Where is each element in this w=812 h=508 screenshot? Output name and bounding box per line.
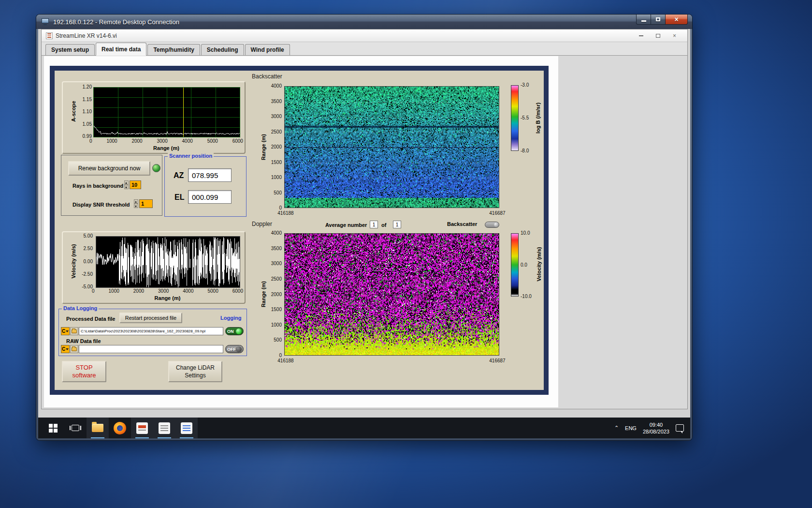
- renew-background-button[interactable]: Renew background now: [68, 161, 150, 176]
- tick-label: 2.50: [84, 246, 93, 251]
- stop-software-button[interactable]: STOPsoftware: [62, 361, 106, 382]
- processed-path-field[interactable]: C:\Lidar\Data\Proc\2023\202308\20230828\…: [79, 327, 223, 335]
- az-value-field[interactable]: 078.995: [188, 168, 232, 182]
- app-title: StreamLine XR v14-6.vi: [56, 32, 117, 39]
- folder-icon: [72, 347, 77, 351]
- task-view-button[interactable]: [64, 418, 87, 438]
- tick-label: 3000: [158, 289, 169, 294]
- ascope-x-ticks: 0100020003000400050006000: [89, 139, 243, 144]
- tick-label: 3000: [271, 261, 282, 266]
- rays-value-field[interactable]: 10: [130, 180, 141, 189]
- notes-app-button[interactable]: [175, 418, 198, 438]
- snr-spinner[interactable]: [134, 199, 138, 208]
- tab-bar: System setup Real time data Temp/humidit…: [42, 42, 687, 56]
- tick-label: 4000: [183, 289, 193, 294]
- file-explorer-icon: [92, 424, 103, 432]
- doppler-colorbar-label: Velocity (m/s): [536, 247, 542, 282]
- tick-label: 3000: [271, 114, 282, 119]
- rays-in-background-label: Rays in background: [72, 183, 123, 189]
- tick-label: 0.00: [84, 259, 93, 264]
- firefox-button[interactable]: [109, 418, 131, 438]
- rays-spinner[interactable]: [124, 180, 129, 189]
- action-center-icon[interactable]: [676, 424, 684, 432]
- doppler-colorbar-ticks: 10.00.0-10.0: [521, 231, 532, 299]
- tick-label: 1000: [271, 323, 282, 328]
- tab-wind-profile[interactable]: Wind profile: [245, 44, 290, 55]
- velocity-plot[interactable]: [96, 236, 240, 288]
- raw-path-field[interactable]: [79, 345, 223, 353]
- tick-label: 0: [92, 289, 95, 294]
- velocity-x-ticks: 0100020003000400050006000: [92, 289, 243, 294]
- average-number-label: Average number: [325, 222, 367, 228]
- tab-real-time-data[interactable]: Real time data: [96, 43, 146, 56]
- average-of-field[interactable]: 1: [393, 221, 401, 228]
- backscatter-heatmap[interactable]: [284, 86, 499, 208]
- velocity-x-axis-label: Range (m): [96, 295, 239, 301]
- app-close-icon[interactable]: ×: [673, 33, 676, 39]
- backscatter-toggle-label: Backscatter: [447, 221, 477, 227]
- firefox-icon: [114, 422, 126, 434]
- rdp-icon: [42, 18, 50, 25]
- tick-label: 2000: [133, 289, 144, 294]
- taskbar-date: 28/08/2023: [643, 428, 669, 435]
- doppler-heatmap[interactable]: [284, 233, 499, 356]
- tab-temp-humidity[interactable]: Temp/humidity: [147, 44, 200, 55]
- tick-label: 10.0: [521, 231, 530, 236]
- labview-app-button[interactable]: [131, 418, 153, 438]
- raw-data-file-label: RAW Data file: [66, 338, 101, 344]
- tick-label: 2000: [271, 145, 282, 149]
- ascope-plot[interactable]: [93, 87, 240, 137]
- tick-label: 0: [279, 353, 282, 358]
- rdp-restore-button[interactable]: [651, 15, 665, 25]
- tab-system-setup[interactable]: System setup: [45, 44, 95, 55]
- taskbar-time: 09:40: [643, 421, 669, 428]
- az-label: AZ: [174, 171, 184, 180]
- tick-label: -8.0: [521, 149, 529, 153]
- scan-scheduler-button[interactable]: [153, 418, 175, 438]
- tick-label: 1000: [106, 139, 117, 144]
- average-number-field[interactable]: 1: [370, 221, 378, 228]
- rdp-minimize-button[interactable]: [636, 15, 651, 25]
- labview-front-panel: A-scope 1.201.151.101.050.99 01000200030…: [50, 66, 549, 395]
- change-lidar-settings-button[interactable]: Change LiDARSettings: [168, 361, 222, 382]
- restart-processed-file-button[interactable]: Restart processed file: [119, 313, 182, 323]
- rdp-titlebar[interactable]: 192.168.0.122 - Remote Desktop Connectio…: [36, 15, 692, 29]
- tab-scheduling[interactable]: Scheduling: [201, 44, 244, 55]
- task-view-icon: [72, 425, 79, 431]
- app-restore-icon[interactable]: [656, 34, 660, 38]
- start-button[interactable]: [42, 418, 64, 438]
- backscatter-toggle[interactable]: [485, 222, 499, 228]
- tick-label: 6000: [232, 289, 243, 294]
- app-minimize-icon[interactable]: [639, 35, 643, 36]
- ascope-y-ticks: 1.201.151.101.050.99: [75, 85, 92, 139]
- tick-label: -10.0: [521, 294, 532, 299]
- streamline-app-window: StreamLine XR v14-6.vi × System setup Re…: [41, 29, 688, 409]
- backscatter-x-left-label: 416188: [277, 210, 293, 216]
- raw-browse-button[interactable]: [70, 345, 78, 353]
- doppler-title: Doppler: [252, 221, 272, 227]
- snr-value-field[interactable]: 1: [139, 199, 153, 208]
- of-label: of: [381, 222, 386, 228]
- tick-label: 4000: [182, 139, 193, 144]
- tick-label: 3500: [271, 99, 282, 104]
- language-indicator[interactable]: ENG: [625, 425, 637, 431]
- app-titlebar[interactable]: StreamLine XR v14-6.vi ×: [42, 30, 687, 42]
- processed-browse-button[interactable]: [70, 327, 78, 335]
- backscatter-title: Backscatter: [252, 73, 282, 80]
- tick-label: 1.20: [83, 85, 92, 90]
- taskbar-clock[interactable]: 09:40 28/08/2023: [643, 421, 669, 435]
- tick-label: 5000: [207, 139, 218, 144]
- processed-logging-toggle[interactable]: ON: [225, 327, 244, 335]
- tick-label: 2000: [271, 292, 282, 297]
- el-value-field[interactable]: 000.099: [188, 190, 232, 204]
- raw-drive-selector[interactable]: C: [61, 345, 70, 353]
- rdp-title: 192.168.0.122 - Remote Desktop Connectio…: [53, 18, 179, 26]
- ascope-plot-frame: A-scope 1.201.151.101.050.99 01000200030…: [62, 81, 246, 154]
- rdp-close-button[interactable]: ×: [665, 15, 688, 25]
- hidden-icons-chevron[interactable]: ⌃: [614, 425, 619, 431]
- raw-logging-toggle[interactable]: OFF: [225, 345, 244, 353]
- file-explorer-button[interactable]: [87, 418, 109, 438]
- app-window-buttons: ×: [639, 33, 683, 39]
- processed-drive-selector[interactable]: C: [61, 327, 70, 335]
- tick-label: 0: [279, 206, 282, 210]
